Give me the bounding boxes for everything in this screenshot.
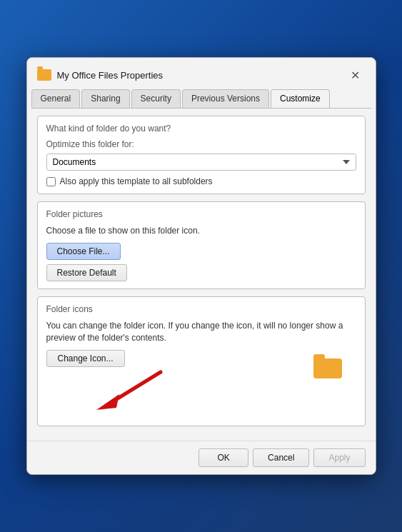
title-bar: My Office Files Properties ✕ <box>27 58 376 85</box>
section-folder-icons: Folder icons You can change the folder i… <box>37 296 366 426</box>
folder-icon-title <box>37 69 51 81</box>
section-folder-kind: What kind of folder do you want? Optimiz… <box>37 116 366 194</box>
tab-sharing[interactable]: Sharing <box>81 89 129 108</box>
folder-icon-preview-container <box>313 351 342 378</box>
svg-marker-1 <box>96 394 119 410</box>
folder-pictures-desc: Choose a file to show on this folder ico… <box>46 225 356 237</box>
section-folder-pictures: Folder pictures Choose a file to show on… <box>37 201 366 289</box>
checkbox-label: Also apply this template to all subfolde… <box>60 176 213 186</box>
apply-template-checkbox[interactable] <box>46 177 56 186</box>
tab-previous-versions[interactable]: Previous Versions <box>182 89 269 108</box>
folder-type-dropdown[interactable]: Documents General Items Pictures Music V… <box>46 154 356 171</box>
apply-button[interactable]: Apply <box>313 448 365 467</box>
folder-kind-title: What kind of folder do you want? <box>46 124 356 134</box>
close-button[interactable]: ✕ <box>346 65 366 85</box>
folder-icons-title: Folder icons <box>46 304 356 314</box>
tab-general[interactable]: General <box>31 89 81 108</box>
folder-icons-row: Change Icon... <box>46 350 356 418</box>
checkbox-row: Also apply this template to all subfolde… <box>46 176 356 186</box>
dropdown-row: Documents General Items Pictures Music V… <box>46 154 356 171</box>
cancel-button[interactable]: Cancel <box>253 448 309 467</box>
tabs-bar: General Sharing Security Previous Versio… <box>27 85 376 108</box>
title-bar-left: My Office Files Properties <box>37 69 164 81</box>
change-icon-button[interactable]: Change Icon... <box>46 350 125 367</box>
dialog-content: What kind of folder do you want? Optimiz… <box>27 109 376 440</box>
change-icon-col: Change Icon... <box>46 350 125 418</box>
restore-default-button[interactable]: Restore Default <box>46 264 127 281</box>
choose-file-button[interactable]: Choose File... <box>46 243 121 260</box>
folder-pictures-buttons: Choose File... Restore Default <box>46 243 356 281</box>
ok-button[interactable]: OK <box>199 448 248 467</box>
tab-security[interactable]: Security <box>131 89 181 108</box>
arrow-svg <box>89 368 175 415</box>
dialog-footer: OK Cancel Apply <box>27 441 376 474</box>
properties-dialog: My Office Files Properties ✕ General Sha… <box>26 57 376 474</box>
folder-icon-preview <box>313 354 342 378</box>
tab-customize[interactable]: Customize <box>271 89 330 108</box>
dialog-title: My Office Files Properties <box>57 70 164 81</box>
folder-body <box>313 358 342 378</box>
folder-icons-desc: You can change the folder icon. If you c… <box>46 320 356 344</box>
folder-pictures-title: Folder pictures <box>46 209 356 219</box>
optimize-label: Optimize this folder for: <box>46 139 356 149</box>
